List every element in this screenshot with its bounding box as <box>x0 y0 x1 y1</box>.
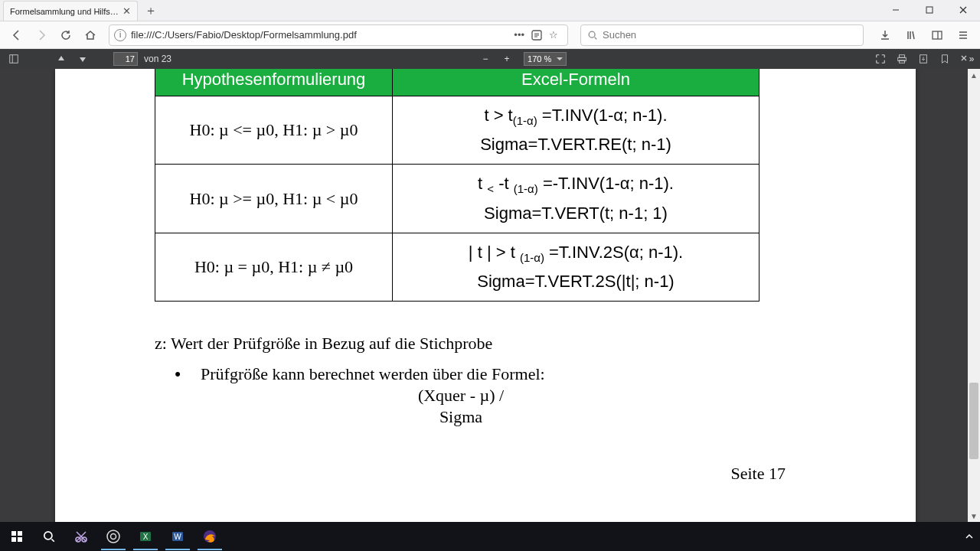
formula-line: (Xquer - µ) / <box>285 386 637 406</box>
address-bar[interactable]: i ••• ☆ <box>109 24 568 46</box>
scroll-up-icon[interactable]: ▲ <box>968 69 980 81</box>
zoom-in-button[interactable]: + <box>498 51 516 67</box>
download-pdf-button[interactable] <box>914 51 933 67</box>
svg-line-9 <box>595 37 597 39</box>
table-cell: H0: µ = µ0, H1: µ ≠ µ0 <box>155 233 393 301</box>
svg-line-30 <box>51 539 54 541</box>
toggle-sidebar-button[interactable] <box>5 51 23 67</box>
page-down-button[interactable] <box>74 51 92 67</box>
back-button[interactable] <box>6 24 28 46</box>
reader-mode-icon[interactable] <box>531 29 543 41</box>
bullet-item: • Prüfgröße kann berechnet werden über d… <box>155 364 816 384</box>
page-number-label: Seite 17 <box>155 464 816 484</box>
reload-button[interactable] <box>55 24 77 46</box>
svg-rect-26 <box>18 531 22 536</box>
taskbar-search-button[interactable] <box>34 523 64 550</box>
scroll-down-icon[interactable]: ▼ <box>968 510 980 522</box>
close-tab-icon[interactable]: ✕ <box>120 5 132 18</box>
tray-overflow-icon[interactable] <box>960 523 978 550</box>
start-button[interactable] <box>2 523 32 550</box>
page-number-input[interactable] <box>113 52 138 66</box>
bookmark-star-icon[interactable]: ☆ <box>549 29 558 41</box>
hypothesis-table: Hypothesenformulierung Excel-Formeln H0:… <box>155 69 760 302</box>
zoom-select[interactable]: 170 % <box>524 52 567 66</box>
paragraph-z: z: Wert der Prüfgröße in Bezug auf die S… <box>155 334 816 354</box>
svg-point-35 <box>107 530 119 543</box>
library-icon[interactable] <box>900 24 922 46</box>
svg-rect-27 <box>11 537 16 542</box>
table-cell: t < -t (1-α) =-T.INV(1-α; n-1). Sigma=T.… <box>393 165 760 233</box>
menu-icon[interactable] <box>952 24 974 46</box>
table-header: Hypothesenformulierung <box>155 69 393 96</box>
svg-rect-28 <box>18 537 22 542</box>
formula-line: Sigma <box>285 407 637 427</box>
svg-rect-25 <box>11 531 16 536</box>
taskbar-app-excel[interactable]: X <box>130 523 161 550</box>
url-input[interactable] <box>131 29 509 41</box>
sidebar-icon[interactable] <box>926 24 948 46</box>
page-actions-icon[interactable]: ••• <box>514 29 524 41</box>
tools-button[interactable]: » <box>957 51 975 67</box>
print-button[interactable] <box>893 51 911 67</box>
taskbar-app-obs[interactable] <box>98 523 129 550</box>
forward-button[interactable] <box>31 24 52 46</box>
svg-point-36 <box>111 534 116 540</box>
search-icon <box>587 30 598 41</box>
search-bar[interactable] <box>580 24 864 46</box>
home-button[interactable] <box>80 24 101 46</box>
window-close-button[interactable] <box>946 0 980 21</box>
table-header: Excel-Formeln <box>393 69 760 96</box>
bullet-dot-icon: • <box>155 364 201 384</box>
bookmark-view-button[interactable] <box>936 51 954 67</box>
svg-text:X: X <box>143 533 149 541</box>
svg-rect-19 <box>10 55 18 64</box>
taskbar-app-word[interactable]: W <box>162 523 193 550</box>
site-info-icon[interactable]: i <box>114 29 126 41</box>
search-input[interactable] <box>603 29 857 41</box>
window-minimize-button[interactable] <box>879 0 913 21</box>
svg-point-29 <box>44 532 52 540</box>
table-cell: H0: µ >= µ0, H1: µ < µ0 <box>155 165 393 233</box>
table-cell: | t | > t (1-α) =T.INV.2S(α; n-1). Sigma… <box>393 233 760 301</box>
svg-line-13 <box>913 31 914 39</box>
taskbar-app-snip[interactable] <box>66 523 96 550</box>
vertical-scrollbar[interactable]: ▲ ▼ <box>968 69 980 522</box>
downloads-icon[interactable] <box>874 24 896 46</box>
scroll-thumb[interactable] <box>969 383 978 459</box>
presentation-mode-button[interactable] <box>871 51 890 67</box>
table-cell: H0: µ <= µ0, H1: µ > µ0 <box>155 96 393 165</box>
svg-rect-1 <box>926 7 933 13</box>
page-count-label: von 23 <box>144 54 172 64</box>
browser-tab[interactable]: Formelsammlung und Hilfsmittel S ✕ <box>3 1 138 21</box>
pdf-page: Hypothesenformulierung Excel-Formeln H0:… <box>55 69 916 522</box>
page-up-button[interactable] <box>52 51 70 67</box>
zoom-out-button[interactable]: − <box>476 51 495 67</box>
svg-rect-21 <box>900 55 905 58</box>
svg-point-8 <box>589 31 595 37</box>
svg-text:W: W <box>174 533 181 541</box>
tab-title: Formelsammlung und Hilfsmittel S <box>10 7 120 16</box>
taskbar-app-firefox[interactable] <box>194 523 225 550</box>
table-cell: t > t(1-α) =T.INV(1-α; n-1). Sigma=T.VER… <box>393 96 760 165</box>
window-maximize-button[interactable] <box>913 0 946 21</box>
svg-rect-14 <box>933 31 942 39</box>
new-tab-button[interactable]: ＋ <box>141 1 161 21</box>
